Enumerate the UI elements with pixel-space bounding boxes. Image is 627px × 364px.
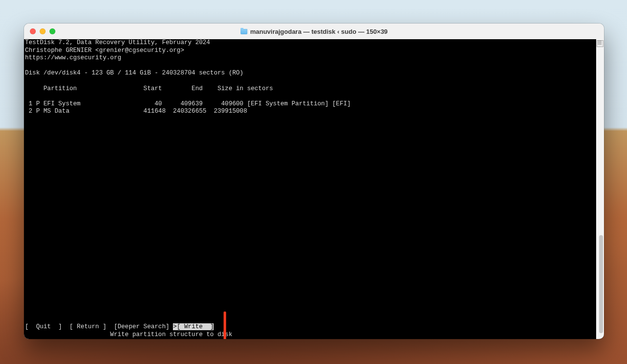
menu-write-selected[interactable]: >[ Write ] (173, 323, 214, 330)
header-line-2: Christophe GRENIER <grenier@cgsecurity.o… (25, 47, 184, 54)
header-line-3: https://www.cgsecurity.org (25, 54, 121, 61)
terminal-content-area: TestDisk 7.2, Data Recovery Utility, Feb… (24, 39, 604, 339)
terminal-header-block: TestDisk 7.2, Data Recovery Utility, Feb… (25, 39, 351, 116)
scrollbar-thumb[interactable] (599, 235, 603, 333)
desktop-background: manuvirajgodara — testdisk ‹ sudo — 150×… (0, 0, 627, 364)
close-button[interactable] (30, 28, 36, 34)
menu-quit[interactable]: [ Quit ] (25, 323, 62, 330)
help-line: Write partition structure to disk (25, 331, 232, 339)
window-titlebar[interactable]: manuvirajgodara — testdisk ‹ sudo — 150×… (24, 24, 604, 39)
partition-row-2[interactable]: 2 P MS Data 411648 240326655 239915008 (25, 108, 247, 115)
terminal-scrollbar[interactable] (596, 39, 604, 339)
scrollbar-handle-icon[interactable] (597, 40, 603, 47)
window-title: manuvirajgodara — testdisk ‹ sudo — 150×… (24, 28, 604, 35)
disk-info-line: Disk /dev/disk4 - 123 GB / 114 GiB - 240… (25, 70, 243, 76)
maximize-button[interactable] (49, 28, 55, 34)
columns-header: Partition Start End Size in sectors (25, 85, 273, 92)
folder-icon (241, 29, 247, 34)
window-title-text: manuvirajgodara — testdisk ‹ sudo — 150×… (250, 28, 388, 35)
traffic-lights (30, 28, 55, 34)
partition-row-1[interactable]: 1 P EFI System 40 409639 409600 [EFI Sys… (25, 100, 351, 107)
terminal-text[interactable]: TestDisk 7.2, Data Recovery Utility, Feb… (24, 39, 596, 339)
header-line-1: TestDisk 7.2, Data Recovery Utility, Feb… (25, 39, 210, 46)
menu-return[interactable]: [ Return ] (70, 323, 107, 330)
menu-deeper-search[interactable]: [Deeper Search] (114, 323, 169, 330)
minimize-button[interactable] (40, 28, 46, 34)
menu-row: [ Quit ] [ Return ] [Deeper Search] >[ W… (25, 323, 214, 331)
terminal-window: manuvirajgodara — testdisk ‹ sudo — 150×… (24, 24, 604, 339)
